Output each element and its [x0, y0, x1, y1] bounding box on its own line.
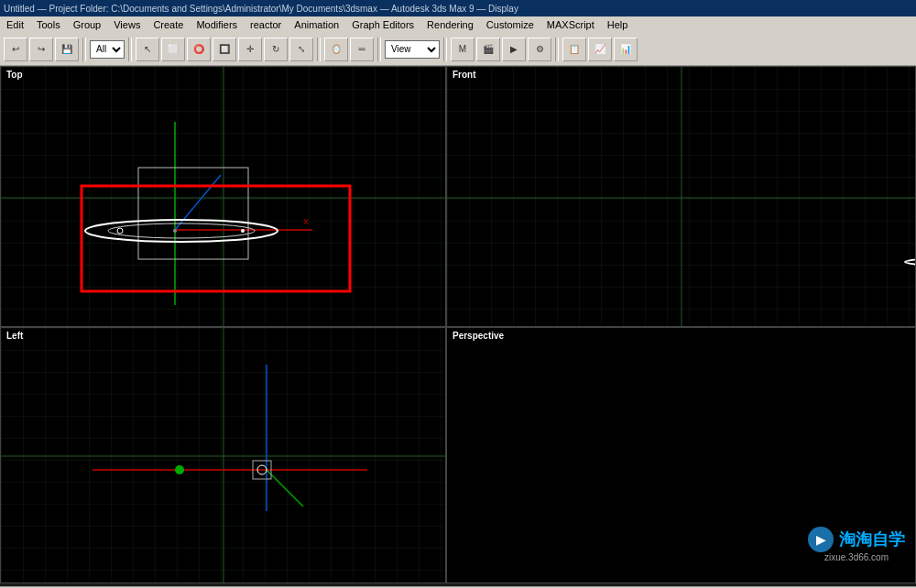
viewport-left[interactable]: Left [0, 327, 446, 583]
toolbar-sep-3 [317, 38, 321, 61]
select-tool[interactable]: ↖ [136, 38, 159, 61]
select-region-fence[interactable]: 🔲 [213, 38, 236, 61]
svg-point-11 [117, 228, 123, 234]
viewport-top-label: Top [6, 70, 23, 80]
rotate-tool[interactable]: ↻ [264, 38, 288, 61]
toolbar-sep-6 [555, 38, 559, 61]
viewports: Top X [0, 66, 916, 586]
mirror-tool[interactable]: 🪞 [324, 38, 348, 61]
front-view-grid [447, 67, 915, 326]
svg-text:X: X [303, 217, 309, 226]
viewport-front-label: Front [453, 70, 476, 80]
top-view-grid: X [1, 67, 445, 326]
svg-point-30 [175, 465, 184, 474]
watermark-brand: 淘淘自学 [839, 528, 905, 550]
undo-button[interactable]: ↩ [4, 38, 27, 61]
watermark-top: ▶ 淘淘自学 [808, 527, 905, 552]
viewport-front[interactable]: Front [446, 66, 916, 327]
toolbar-sep-5 [443, 38, 447, 61]
viewport-config[interactable]: ⚙ [528, 38, 551, 61]
watermark: ▶ 淘淘自学 zixue.3d66.com [801, 523, 912, 566]
menu-group[interactable]: Group [71, 18, 104, 31]
viewport-top[interactable]: Top X [0, 66, 446, 327]
menu-rendering[interactable]: Rendering [424, 18, 476, 31]
menu-edit[interactable]: Edit [4, 18, 27, 31]
menu-bar: Edit Tools Group Views Create Modifiers … [0, 16, 916, 33]
watermark-logo: ▶ [808, 527, 834, 552]
material-editor[interactable]: M [451, 38, 474, 61]
select-region-circle[interactable]: ⭕ [187, 38, 211, 61]
menu-modifiers[interactable]: Modifiers [193, 18, 240, 31]
quick-render[interactable]: ▶ [502, 38, 526, 61]
curve-editor[interactable]: 📈 [588, 38, 612, 61]
watermark-site: zixue.3d66.com [824, 552, 889, 562]
save-button[interactable]: 💾 [55, 38, 79, 61]
menu-animation[interactable]: Animation [291, 18, 342, 31]
viewport-left-label: Left [6, 331, 23, 341]
toolbar-sep-1 [82, 38, 86, 61]
dope-sheet[interactable]: 📊 [614, 38, 638, 61]
title-text: Untitled — Project Folder: C:\Documents … [4, 4, 518, 14]
svg-point-12 [241, 229, 245, 233]
align-tool[interactable]: ═ [350, 38, 374, 61]
move-tool[interactable]: ✛ [238, 38, 262, 61]
menu-graph-editors[interactable]: Graph Editors [349, 18, 417, 31]
scale-tool[interactable]: ⤡ [289, 38, 313, 61]
title-bar: Untitled — Project Folder: C:\Documents … [0, 0, 916, 16]
select-region-rect[interactable]: ⬜ [161, 38, 185, 61]
menu-maxscript[interactable]: MAXScript [544, 18, 597, 31]
view-mode-select[interactable]: View [385, 40, 440, 59]
toolbar: ↩ ↪ 💾 All ↖ ⬜ ⭕ 🔲 ✛ ↻ ⤡ 🪞 ═ View M 🎬 ▶ ⚙… [0, 33, 916, 66]
menu-tools[interactable]: Tools [34, 18, 63, 31]
menu-views[interactable]: Views [111, 18, 143, 31]
toolbar-sep-4 [377, 38, 381, 61]
selection-filter[interactable]: All [90, 40, 125, 59]
menu-create[interactable]: Create [150, 18, 186, 31]
svg-point-13 [173, 229, 177, 233]
menu-reactor[interactable]: reactor [247, 18, 284, 31]
left-view-grid [1, 328, 445, 583]
viewport-perspective-label: Perspective [453, 331, 504, 341]
menu-help[interactable]: Help [605, 18, 631, 31]
render-setup[interactable]: 🎬 [476, 38, 500, 61]
toolbar-sep-2 [128, 38, 132, 61]
redo-button[interactable]: ↪ [29, 38, 53, 61]
layer-manager[interactable]: 📋 [562, 38, 586, 61]
menu-customize[interactable]: Customize [484, 18, 537, 31]
